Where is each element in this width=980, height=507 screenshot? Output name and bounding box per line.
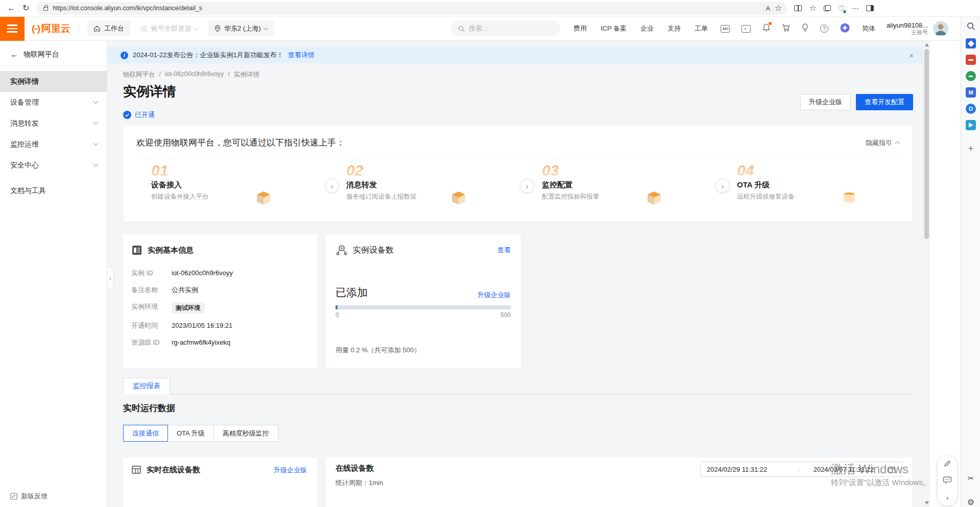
language-selector[interactable]: 简体 (862, 24, 875, 33)
status-badge: 已开通 (123, 110, 155, 119)
date-start[interactable]: 2024/02/29 11:31:22 (707, 466, 767, 473)
browser-menu-icon[interactable]: ⋯ (852, 5, 859, 12)
topnav-links: 费用 ICP 备案 企业 支持 工单 (573, 24, 708, 33)
edge-search-icon[interactable] (966, 21, 976, 31)
topnav-link-enterprise[interactable]: 企业 (640, 24, 654, 33)
environment-tag: 测试环境 (172, 302, 204, 313)
tab-rule (123, 394, 913, 394)
feedback-label: 新版反馈 (21, 492, 47, 501)
sidebar-item-message-forwarding[interactable]: 消息转发 (0, 113, 107, 134)
scroll-up-arrow[interactable] (925, 43, 929, 46)
announcement-detail-link[interactable]: 查看详情 (288, 51, 315, 60)
topnav-link-billing[interactable]: 费用 (573, 24, 587, 33)
view-devices-link[interactable]: 查看 (497, 246, 511, 255)
address-bar[interactable]: https://iot.console.aliyun.com/lk/vpc/in… (36, 2, 787, 15)
page-actions: 升级企业版 查看开发配置 (800, 94, 913, 110)
guide-step-monitoring-config[interactable]: 03 监控配置 配置监控指标和报警 (527, 159, 722, 221)
subtab-ota[interactable]: OTA 升级 (168, 425, 214, 442)
api-icon[interactable]: API (721, 25, 730, 33)
box-3d-icon (255, 190, 272, 206)
banner-close-icon[interactable]: × (909, 51, 914, 60)
guide-step-device-access[interactable]: 01 设备接入 创建设备并接入平台 (136, 159, 331, 221)
guide-next-button[interactable]: › (520, 179, 534, 193)
breadcrumb-item[interactable]: iot-06z00c0h9r6voyy (165, 70, 224, 79)
subtab-connection[interactable]: 连接通信 (123, 425, 168, 442)
browser-refresh-icon[interactable]: ↻ (22, 4, 29, 12)
community-icon[interactable] (840, 23, 850, 35)
feedback-bubble-icon[interactable] (943, 476, 951, 485)
browser-essentials-icon[interactable]: ♡ (838, 5, 845, 12)
hide-guide-button[interactable]: 隐藏指引 (866, 138, 899, 148)
page-title: 实例详情 (123, 83, 176, 101)
terminal-icon[interactable]: >_ (742, 25, 751, 33)
help-icon[interactable]: ? (820, 25, 828, 33)
read-aloud-icon[interactable]: A (766, 5, 770, 12)
scrollbar-thumb[interactable] (924, 49, 929, 239)
upgrade-enterprise-button[interactable]: 升级企业版 (800, 94, 851, 110)
edge-games-icon[interactable] (966, 71, 976, 81)
edge-shopping-icon[interactable] (966, 38, 976, 49)
split-screen-icon[interactable] (794, 5, 802, 11)
sidebar-back-header[interactable]: ← 物联网平台 (0, 41, 107, 66)
sidebar-toggle-icon[interactable] (866, 5, 874, 11)
screenshot-snip-icon[interactable]: ✂ (966, 473, 976, 484)
info-row-resource-group: 资源组 ID rg-acfmw6fk4yixekq (131, 338, 309, 347)
guide-next-button[interactable]: › (715, 179, 730, 193)
sidebar-item-label: 文档与工具 (10, 186, 46, 196)
sidebar-item-instance-detail[interactable]: 实例详情 (0, 71, 107, 92)
global-search-input[interactable]: 搜索... (451, 21, 560, 36)
tab-copy-icon[interactable] (824, 5, 831, 11)
guide-step-message-forwarding[interactable]: 02 消息转发 服务端订阅设备上报数据 (331, 159, 527, 221)
settings-gear-icon[interactable]: ⚙ (966, 497, 976, 507)
info-value: 公共实例 (172, 285, 198, 295)
expand-chevron-icon[interactable]: › (946, 494, 949, 501)
usage-text: 用量 0.2 %（共可添加 500） (336, 346, 420, 355)
check-circle-icon (123, 111, 131, 119)
sidebar-item-device-management[interactable]: 设备管理 (0, 92, 107, 113)
aliyun-logo[interactable]: (-) 阿里云 (32, 22, 70, 35)
cart-icon[interactable] (782, 24, 790, 34)
grid-icon (131, 465, 141, 475)
sidebar-item-security-center[interactable]: 安全中心 (0, 155, 107, 176)
product-menu-button[interactable] (0, 17, 25, 41)
collections-icon[interactable]: ☆ (809, 4, 816, 12)
lightbulb-icon[interactable] (802, 23, 808, 34)
search-placeholder: 搜索... (469, 24, 488, 33)
breadcrumb-item[interactable]: 物联网平台 (123, 70, 155, 79)
date-end[interactable]: 2024/03/07 11:31:22 (814, 466, 874, 473)
subtab-high-precision[interactable]: 高精度秒级监控 (213, 425, 278, 442)
guide-next-button[interactable]: › (325, 179, 339, 193)
cup-icon (841, 190, 858, 206)
favorite-star-icon[interactable]: ☆ (775, 4, 782, 12)
edge-outlook-icon[interactable]: O (966, 104, 976, 114)
workspace-button[interactable]: 工作台 (87, 21, 130, 36)
upgrade-enterprise-link[interactable]: 升级企业版 (477, 291, 511, 300)
topnav-link-support[interactable]: 支持 (667, 24, 681, 33)
view-dev-config-button[interactable]: 查看开发配置 (856, 94, 913, 110)
browser-back-icon[interactable]: ← (7, 4, 15, 12)
edge-toolbox-icon[interactable] (966, 55, 976, 65)
edge-add-apps-icon[interactable]: + (966, 143, 976, 154)
date-range-picker[interactable]: 2024/02/29 11:31:22 - 2024/03/07 11:31:2… (700, 462, 902, 477)
sidebar-item-docs-tools[interactable]: 文档与工具 (0, 180, 107, 201)
scroll-down-arrow[interactable] (925, 501, 929, 504)
account-resources-dropdown[interactable]: 账号全部资源 (140, 24, 198, 33)
edit-pencil-icon[interactable] (944, 460, 951, 468)
topnav-link-tickets[interactable]: 工单 (695, 24, 708, 33)
sidebar-item-monitoring-ops[interactable]: 监控运维 (0, 134, 107, 155)
topnav-link-icp[interactable]: ICP 备案 (601, 24, 627, 33)
upgrade-enterprise-link[interactable]: 升级企业版 (274, 466, 307, 475)
url-text[interactable]: https://iot.console.aliyun.com/lk/vpc/in… (53, 5, 761, 12)
avatar[interactable] (933, 21, 948, 36)
account-resources-label: 账号全部资源 (151, 24, 191, 33)
account-menu[interactable]: aliyun98108... 主账号 (887, 21, 928, 36)
tab-monitoring-report[interactable]: 监控报表 (123, 378, 170, 394)
region-selector[interactable]: 华东2 (上海) (208, 21, 274, 36)
edge-app-icon[interactable] (966, 120, 976, 130)
notifications-bell-icon[interactable] (762, 23, 770, 34)
edge-m365-icon[interactable]: M (966, 87, 976, 98)
guide-step-ota-upgrade[interactable]: 04 OTA 升级 远程升级或修复设备 (722, 159, 917, 221)
sidebar-collapse-handle[interactable]: ‹ (107, 267, 114, 290)
info-label: 开通时间 (131, 321, 172, 330)
feedback-button[interactable]: 新版反馈 (10, 492, 47, 501)
